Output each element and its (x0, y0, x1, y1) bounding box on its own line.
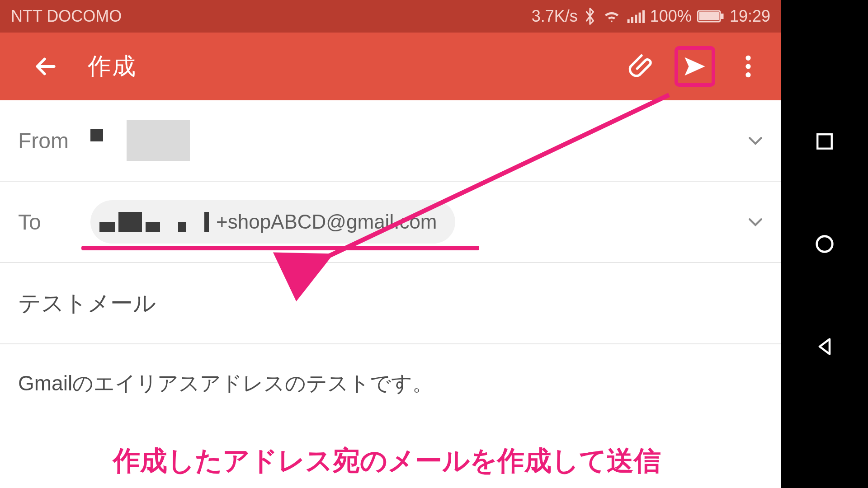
recent-apps-button[interactable] (813, 130, 836, 153)
home-button[interactable] (813, 232, 836, 256)
recipient-address-suffix: +shopABCD@gmail.com (216, 211, 437, 233)
triangle-left-icon (815, 337, 835, 357)
from-label: From (18, 128, 90, 153)
to-label: To (18, 210, 90, 235)
recipient-chip[interactable]: +shopABCD@gmail.com (90, 200, 455, 244)
from-row[interactable]: From (0, 100, 781, 182)
clock-label: 19:29 (730, 7, 770, 26)
device-frame: NTT DOCOMO 3.7K/s 100% 19:29 (0, 0, 868, 488)
chevron-down-icon (748, 135, 763, 146)
svg-rect-12 (817, 135, 832, 149)
subject-row[interactable]: テストメール (0, 263, 781, 344)
more-vert-icon (739, 54, 757, 79)
overflow-menu-button[interactable] (728, 46, 769, 87)
svg-rect-4 (642, 10, 645, 23)
paperclip-icon (628, 53, 655, 80)
redacted-block (90, 129, 103, 141)
from-value (90, 120, 748, 161)
svg-rect-3 (638, 13, 641, 23)
svg-rect-0 (627, 19, 629, 23)
battery-pct-label: 100% (650, 7, 692, 26)
annotation-underline (81, 246, 479, 250)
redacted-block (127, 120, 190, 161)
from-expand[interactable] (748, 135, 763, 146)
square-icon (815, 132, 834, 151)
toolbar-title: 作成 (88, 51, 137, 82)
app-area: NTT DOCOMO 3.7K/s 100% 19:29 (0, 0, 781, 488)
subject-input[interactable]: テストメール (18, 288, 763, 319)
chevron-down-icon (748, 216, 763, 227)
svg-rect-2 (635, 15, 637, 23)
carrier-label: NTT DOCOMO (11, 7, 122, 26)
bluetooth-icon (583, 7, 597, 25)
cell-signal-icon (627, 9, 645, 24)
svg-rect-7 (721, 14, 723, 19)
svg-point-8 (745, 56, 750, 61)
send-button[interactable] (675, 46, 715, 87)
status-right: 3.7K/s 100% 19:29 (532, 7, 770, 26)
android-nav-bar (781, 0, 868, 488)
svg-point-9 (745, 64, 750, 69)
svg-point-13 (817, 236, 833, 252)
body-text: Gmailのエイリアスアドレスのテストです。 (18, 371, 433, 395)
circle-icon (814, 234, 835, 254)
battery-icon (697, 9, 724, 23)
data-rate-label: 3.7K/s (532, 7, 578, 26)
to-value: +shopABCD@gmail.com (90, 200, 748, 244)
to-expand[interactable] (748, 216, 763, 227)
back-button[interactable] (25, 46, 66, 87)
annotation-text: 作成したアドレス宛のメールを作成して送信 (113, 443, 661, 479)
nav-back-button[interactable] (813, 335, 836, 358)
arrow-left-icon (33, 54, 58, 79)
status-bar: NTT DOCOMO 3.7K/s 100% 19:29 (0, 0, 781, 33)
to-row[interactable]: To +shopABCD@gmail.com (0, 182, 781, 263)
compose-toolbar: 作成 (0, 33, 781, 100)
svg-point-10 (745, 72, 750, 77)
redacted-block (99, 212, 212, 232)
send-icon (683, 52, 707, 80)
svg-rect-6 (699, 12, 719, 20)
attach-button[interactable] (621, 46, 662, 87)
svg-rect-1 (631, 17, 633, 23)
wifi-icon (602, 9, 621, 24)
